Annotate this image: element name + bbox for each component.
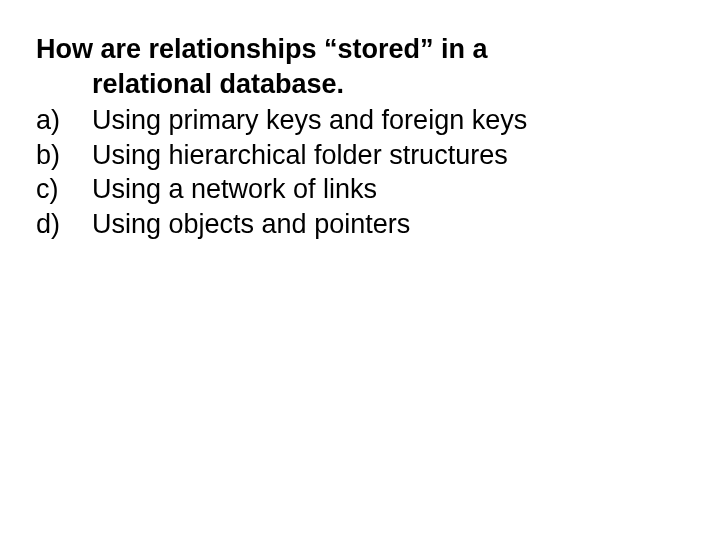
options-list: a) Using primary keys and foreign keys b…: [36, 103, 684, 241]
option-text: Using primary keys and foreign keys: [92, 103, 684, 138]
question-text: How are relationships “stored” in a rela…: [36, 32, 684, 101]
option-text: Using hierarchical folder structures: [92, 138, 684, 173]
option-c: c) Using a network of links: [36, 172, 684, 207]
slide: How are relationships “stored” in a rela…: [0, 0, 720, 241]
option-b: b) Using hierarchical folder structures: [36, 138, 684, 173]
option-label: d): [36, 207, 92, 242]
option-label: b): [36, 138, 92, 173]
question-line-1: How are relationships “stored” in a: [36, 32, 684, 67]
option-text: Using objects and pointers: [92, 207, 684, 242]
option-label: a): [36, 103, 92, 138]
option-a: a) Using primary keys and foreign keys: [36, 103, 684, 138]
option-text: Using a network of links: [92, 172, 684, 207]
question-line-2: relational database.: [36, 67, 684, 102]
option-label: c): [36, 172, 92, 207]
option-d: d) Using objects and pointers: [36, 207, 684, 242]
